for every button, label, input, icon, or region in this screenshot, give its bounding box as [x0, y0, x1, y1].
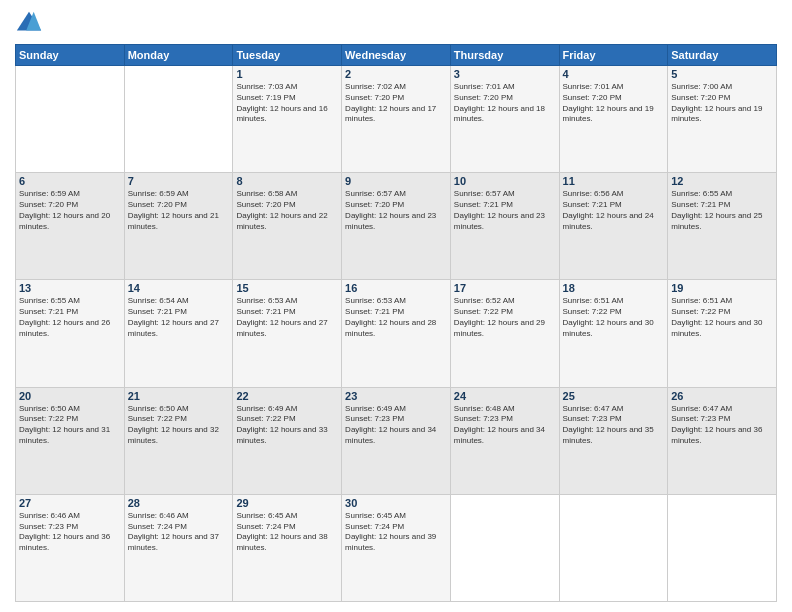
cell-info: Sunrise: 6:58 AM Sunset: 7:20 PM Dayligh…: [236, 189, 338, 232]
calendar-cell: [559, 494, 668, 601]
cell-info: Sunrise: 6:47 AM Sunset: 7:23 PM Dayligh…: [563, 404, 665, 447]
page: SundayMondayTuesdayWednesdayThursdayFrid…: [0, 0, 792, 612]
cell-info: Sunrise: 7:00 AM Sunset: 7:20 PM Dayligh…: [671, 82, 773, 125]
day-number: 19: [671, 282, 773, 294]
day-number: 12: [671, 175, 773, 187]
cell-info: Sunrise: 6:53 AM Sunset: 7:21 PM Dayligh…: [236, 296, 338, 339]
cell-info: Sunrise: 6:56 AM Sunset: 7:21 PM Dayligh…: [563, 189, 665, 232]
day-number: 3: [454, 68, 556, 80]
day-number: 9: [345, 175, 447, 187]
cell-info: Sunrise: 6:46 AM Sunset: 7:24 PM Dayligh…: [128, 511, 230, 554]
cell-info: Sunrise: 6:55 AM Sunset: 7:21 PM Dayligh…: [671, 189, 773, 232]
calendar-cell: 23Sunrise: 6:49 AM Sunset: 7:23 PM Dayli…: [342, 387, 451, 494]
day-number: 24: [454, 390, 556, 402]
day-number: 8: [236, 175, 338, 187]
cell-info: Sunrise: 6:48 AM Sunset: 7:23 PM Dayligh…: [454, 404, 556, 447]
cell-info: Sunrise: 6:50 AM Sunset: 7:22 PM Dayligh…: [19, 404, 121, 447]
day-header-sunday: Sunday: [16, 45, 125, 66]
day-header-tuesday: Tuesday: [233, 45, 342, 66]
cell-info: Sunrise: 6:45 AM Sunset: 7:24 PM Dayligh…: [236, 511, 338, 554]
logo-icon: [15, 10, 43, 38]
day-number: 4: [563, 68, 665, 80]
day-number: 5: [671, 68, 773, 80]
calendar-cell: 20Sunrise: 6:50 AM Sunset: 7:22 PM Dayli…: [16, 387, 125, 494]
cell-info: Sunrise: 7:01 AM Sunset: 7:20 PM Dayligh…: [563, 82, 665, 125]
day-header-thursday: Thursday: [450, 45, 559, 66]
cell-info: Sunrise: 6:51 AM Sunset: 7:22 PM Dayligh…: [563, 296, 665, 339]
day-number: 11: [563, 175, 665, 187]
cell-info: Sunrise: 6:55 AM Sunset: 7:21 PM Dayligh…: [19, 296, 121, 339]
day-number: 25: [563, 390, 665, 402]
calendar-cell: 17Sunrise: 6:52 AM Sunset: 7:22 PM Dayli…: [450, 280, 559, 387]
day-number: 30: [345, 497, 447, 509]
cell-info: Sunrise: 6:50 AM Sunset: 7:22 PM Dayligh…: [128, 404, 230, 447]
calendar-cell: 27Sunrise: 6:46 AM Sunset: 7:23 PM Dayli…: [16, 494, 125, 601]
day-number: 29: [236, 497, 338, 509]
calendar-cell: 25Sunrise: 6:47 AM Sunset: 7:23 PM Dayli…: [559, 387, 668, 494]
calendar-cell: 13Sunrise: 6:55 AM Sunset: 7:21 PM Dayli…: [16, 280, 125, 387]
calendar-cell: 24Sunrise: 6:48 AM Sunset: 7:23 PM Dayli…: [450, 387, 559, 494]
calendar-cell: 26Sunrise: 6:47 AM Sunset: 7:23 PM Dayli…: [668, 387, 777, 494]
calendar-cell: 19Sunrise: 6:51 AM Sunset: 7:22 PM Dayli…: [668, 280, 777, 387]
calendar-cell: 15Sunrise: 6:53 AM Sunset: 7:21 PM Dayli…: [233, 280, 342, 387]
day-number: 18: [563, 282, 665, 294]
calendar-cell: 3Sunrise: 7:01 AM Sunset: 7:20 PM Daylig…: [450, 66, 559, 173]
day-number: 27: [19, 497, 121, 509]
day-number: 15: [236, 282, 338, 294]
day-number: 20: [19, 390, 121, 402]
calendar-cell: 16Sunrise: 6:53 AM Sunset: 7:21 PM Dayli…: [342, 280, 451, 387]
day-header-monday: Monday: [124, 45, 233, 66]
cell-info: Sunrise: 6:51 AM Sunset: 7:22 PM Dayligh…: [671, 296, 773, 339]
calendar-cell: [450, 494, 559, 601]
cell-info: Sunrise: 6:54 AM Sunset: 7:21 PM Dayligh…: [128, 296, 230, 339]
cell-info: Sunrise: 6:49 AM Sunset: 7:22 PM Dayligh…: [236, 404, 338, 447]
calendar-cell: 4Sunrise: 7:01 AM Sunset: 7:20 PM Daylig…: [559, 66, 668, 173]
calendar-cell: 28Sunrise: 6:46 AM Sunset: 7:24 PM Dayli…: [124, 494, 233, 601]
calendar-cell: 14Sunrise: 6:54 AM Sunset: 7:21 PM Dayli…: [124, 280, 233, 387]
calendar-cell: [16, 66, 125, 173]
day-header-wednesday: Wednesday: [342, 45, 451, 66]
calendar-cell: 22Sunrise: 6:49 AM Sunset: 7:22 PM Dayli…: [233, 387, 342, 494]
day-number: 17: [454, 282, 556, 294]
calendar-cell: 5Sunrise: 7:00 AM Sunset: 7:20 PM Daylig…: [668, 66, 777, 173]
calendar-cell: 18Sunrise: 6:51 AM Sunset: 7:22 PM Dayli…: [559, 280, 668, 387]
cell-info: Sunrise: 6:59 AM Sunset: 7:20 PM Dayligh…: [19, 189, 121, 232]
day-number: 6: [19, 175, 121, 187]
cell-info: Sunrise: 6:49 AM Sunset: 7:23 PM Dayligh…: [345, 404, 447, 447]
cell-info: Sunrise: 6:47 AM Sunset: 7:23 PM Dayligh…: [671, 404, 773, 447]
day-number: 28: [128, 497, 230, 509]
day-header-friday: Friday: [559, 45, 668, 66]
calendar-cell: 2Sunrise: 7:02 AM Sunset: 7:20 PM Daylig…: [342, 66, 451, 173]
cell-info: Sunrise: 6:52 AM Sunset: 7:22 PM Dayligh…: [454, 296, 556, 339]
day-number: 23: [345, 390, 447, 402]
cell-info: Sunrise: 7:01 AM Sunset: 7:20 PM Dayligh…: [454, 82, 556, 125]
calendar-cell: 21Sunrise: 6:50 AM Sunset: 7:22 PM Dayli…: [124, 387, 233, 494]
cell-info: Sunrise: 6:53 AM Sunset: 7:21 PM Dayligh…: [345, 296, 447, 339]
cell-info: Sunrise: 7:02 AM Sunset: 7:20 PM Dayligh…: [345, 82, 447, 125]
cell-info: Sunrise: 6:45 AM Sunset: 7:24 PM Dayligh…: [345, 511, 447, 554]
day-number: 26: [671, 390, 773, 402]
day-number: 7: [128, 175, 230, 187]
cell-info: Sunrise: 6:46 AM Sunset: 7:23 PM Dayligh…: [19, 511, 121, 554]
day-number: 22: [236, 390, 338, 402]
calendar-cell: 10Sunrise: 6:57 AM Sunset: 7:21 PM Dayli…: [450, 173, 559, 280]
day-number: 1: [236, 68, 338, 80]
logo: [15, 10, 47, 38]
cell-info: Sunrise: 7:03 AM Sunset: 7:19 PM Dayligh…: [236, 82, 338, 125]
day-number: 16: [345, 282, 447, 294]
calendar-cell: 12Sunrise: 6:55 AM Sunset: 7:21 PM Dayli…: [668, 173, 777, 280]
cell-info: Sunrise: 6:57 AM Sunset: 7:21 PM Dayligh…: [454, 189, 556, 232]
header: [15, 10, 777, 38]
calendar-cell: 7Sunrise: 6:59 AM Sunset: 7:20 PM Daylig…: [124, 173, 233, 280]
calendar-cell: [668, 494, 777, 601]
day-number: 14: [128, 282, 230, 294]
day-header-saturday: Saturday: [668, 45, 777, 66]
calendar-cell: 30Sunrise: 6:45 AM Sunset: 7:24 PM Dayli…: [342, 494, 451, 601]
day-number: 13: [19, 282, 121, 294]
calendar-cell: 29Sunrise: 6:45 AM Sunset: 7:24 PM Dayli…: [233, 494, 342, 601]
calendar-cell: [124, 66, 233, 173]
calendar-cell: 11Sunrise: 6:56 AM Sunset: 7:21 PM Dayli…: [559, 173, 668, 280]
day-number: 10: [454, 175, 556, 187]
calendar-cell: 8Sunrise: 6:58 AM Sunset: 7:20 PM Daylig…: [233, 173, 342, 280]
day-number: 21: [128, 390, 230, 402]
